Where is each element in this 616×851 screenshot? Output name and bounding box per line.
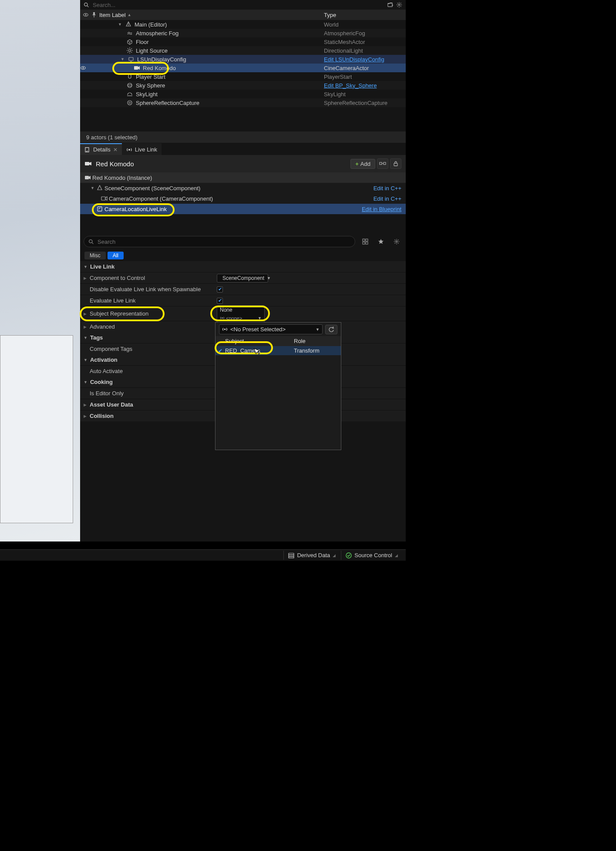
svg-rect-43: [394, 163, 397, 166]
type-column[interactable]: Type: [321, 12, 406, 18]
close-icon[interactable]: ✕: [113, 147, 118, 153]
outliner-row-lsun[interactable]: ▼ LSUnDisplayConfig Edit LSUnDisplayConf…: [80, 55, 406, 64]
bottom-statusbar: Derived Data ◢ Source Control ◢: [0, 549, 406, 561]
chip-all[interactable]: All: [108, 252, 124, 259]
sphere-icon: [127, 82, 134, 88]
blueprint-icon-button[interactable]: [377, 158, 388, 169]
reset-button[interactable]: [325, 325, 337, 334]
svg-point-53: [396, 241, 397, 242]
details-header: Red Komodo +Add: [80, 155, 406, 172]
svg-rect-32: [128, 74, 131, 78]
outliner-status: 9 actors (1 selected): [80, 131, 406, 143]
svg-rect-41: [384, 162, 386, 165]
tab-details[interactable]: Details ✕: [80, 143, 122, 155]
outliner-row-main[interactable]: ▼ Main (Editor) World: [80, 20, 406, 29]
outliner-row-light[interactable]: Light Source DirectionalLight: [80, 46, 406, 55]
edit-cpp-link[interactable]: Edit in C++: [374, 195, 401, 202]
check-icon: [346, 552, 352, 558]
edit-blueprint-link[interactable]: Edit in Blueprint: [362, 206, 401, 212]
camera-icon: [84, 175, 92, 180]
prop-disable-eval: ▶ Disable Evaluate Live Link when Spawna…: [80, 283, 406, 295]
mesh-icon: [127, 39, 134, 45]
reflection-icon: [127, 100, 134, 106]
svg-rect-64: [289, 553, 294, 555]
livelink-icon: [222, 326, 228, 332]
comp-row-instance[interactable]: Red Komodo (Instance): [80, 172, 406, 183]
details-search[interactable]: [84, 236, 355, 247]
svg-line-60: [398, 240, 398, 240]
search-icon: [88, 239, 94, 245]
svg-rect-49: [363, 239, 365, 241]
camera-icon: [84, 161, 92, 167]
display-icon: [128, 56, 135, 62]
prop-component-to-control: ▶ Component to Control SceneComponent▼: [80, 272, 406, 283]
outliner-row-playerstart[interactable]: Player Start PlayerStart: [80, 72, 406, 81]
svg-point-36: [128, 101, 132, 105]
chip-misc[interactable]: Misc: [84, 252, 106, 259]
svg-rect-31: [134, 66, 138, 70]
svg-rect-65: [289, 555, 294, 557]
outliner-row-reflection[interactable]: SphereReflectionCapture SphereReflection…: [80, 98, 406, 107]
comp-row-camera[interactable]: CameraComponent (CameraComponent) Edit i…: [80, 193, 406, 204]
svg-line-48: [92, 242, 93, 244]
cat-livelink[interactable]: ▼Live Link: [80, 261, 406, 272]
eval-livelink-checkbox[interactable]: ✔: [217, 298, 223, 304]
subject-picker-popup: <No Preset Selected> ▼ Subject Role ✔ RE…: [215, 322, 341, 450]
outliner-row-skysphere[interactable]: Sky Sphere Edit BP_Sky_Sphere: [80, 81, 406, 90]
component-tree: Red Komodo (Instance) ▼ SceneComponent (…: [80, 172, 406, 233]
visibility-icon: [80, 65, 86, 71]
outliner-search-input[interactable]: [93, 2, 384, 8]
svg-point-18: [129, 50, 131, 52]
details-tabs: Details ✕ Live Link: [80, 143, 406, 155]
svg-rect-44: [85, 176, 89, 179]
prop-subject-rep: ▶ Subject Representation None <none> ▼: [80, 306, 406, 321]
preset-dropdown[interactable]: <No Preset Selected> ▼: [219, 324, 323, 334]
outliner-row-skylight[interactable]: SkyLight SkyLight: [80, 90, 406, 98]
lock-icon-button[interactable]: [390, 158, 401, 169]
svg-rect-66: [289, 557, 294, 558]
tab-livelink[interactable]: Live Link: [122, 143, 162, 155]
svg-rect-45: [101, 197, 105, 200]
viewport-inset-frame: [0, 335, 73, 523]
derived-data-button[interactable]: Derived Data ◢: [283, 551, 340, 560]
outliner-row-fog[interactable]: Atmospheric Fog AtmosphericFog: [80, 29, 406, 37]
item-label-column[interactable]: Item Label▲: [98, 12, 321, 18]
camera-icon: [134, 65, 141, 71]
svg-line-10: [397, 3, 398, 3]
scene-icon: [97, 185, 104, 191]
svg-line-12: [401, 3, 401, 3]
svg-point-30: [83, 67, 84, 69]
svg-point-33: [128, 83, 132, 87]
add-button[interactable]: +Add: [350, 159, 375, 169]
livelink-icon: [220, 316, 225, 320]
comp-row-livelink[interactable]: CameraLocationLiveLink Edit in Blueprint: [80, 204, 406, 214]
prop-eval-livelink: ▶ Evaluate Live Link ✔: [80, 295, 406, 306]
component-to-control-dropdown[interactable]: SceneComponent▼: [217, 274, 268, 283]
comp-row-scene[interactable]: ▼ SceneComponent (SceneComponent) Edit i…: [80, 183, 406, 193]
pin-column-icon[interactable]: [91, 12, 97, 18]
fog-icon: [127, 30, 134, 36]
svg-line-11: [401, 6, 401, 7]
outliner-row-floor[interactable]: Floor StaticMeshActor: [80, 37, 406, 46]
svg-point-38: [128, 149, 130, 151]
outliner-row-redkomodo[interactable]: Red Komodo CineCameraActor: [80, 64, 406, 72]
subject-rep-dropdown[interactable]: None <none> ▼: [217, 305, 265, 323]
outliner-searchbar: [80, 0, 406, 10]
folder-add-icon[interactable]: [387, 2, 394, 8]
popup-row-redcamera[interactable]: ✔ RED_Camera Transform: [215, 346, 341, 355]
popup-col-subject: Subject: [225, 338, 294, 344]
edit-cpp-link[interactable]: Edit in C++: [374, 185, 401, 192]
livelink-tab-icon: [126, 147, 132, 153]
disable-eval-checkbox[interactable]: ✔: [217, 286, 223, 293]
source-control-button[interactable]: Source Control ◢: [341, 551, 402, 560]
edit-lsun-link[interactable]: Edit LSUnDisplayConfig: [324, 56, 384, 63]
svg-rect-51: [363, 242, 365, 244]
gear-icon[interactable]: [396, 2, 402, 8]
search-icon: [84, 2, 89, 8]
star-icon[interactable]: [375, 236, 387, 247]
visibility-column-icon[interactable]: [83, 12, 89, 18]
grid-icon[interactable]: [360, 236, 371, 247]
gear-icon[interactable]: [391, 236, 402, 247]
details-search-input[interactable]: [98, 239, 350, 245]
edit-sky-link[interactable]: Edit BP_Sky_Sphere: [324, 82, 377, 89]
